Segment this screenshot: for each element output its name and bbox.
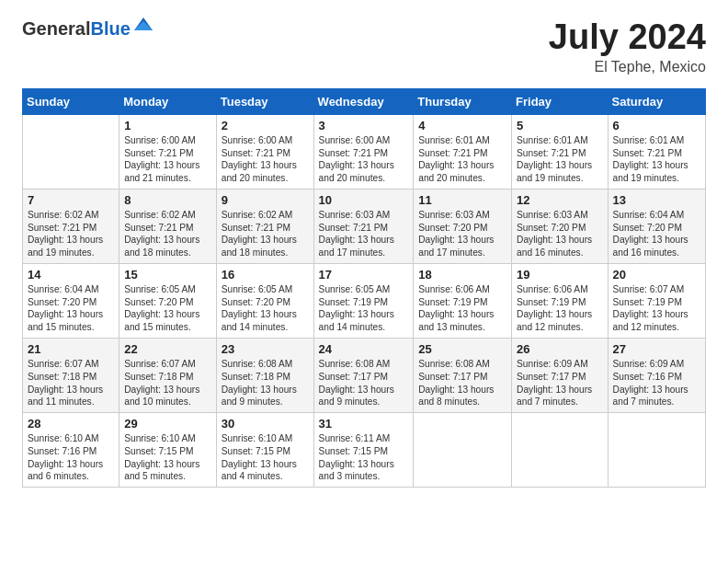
calendar: Sunday Monday Tuesday Wednesday Thursday… [22, 88, 706, 488]
calendar-cell [23, 114, 119, 189]
day-info: Sunrise: 6:07 AM Sunset: 7:19 PM Dayligh… [613, 283, 700, 334]
day-info: Sunrise: 6:03 AM Sunset: 7:21 PM Dayligh… [319, 209, 409, 259]
calendar-header-row: Sunday Monday Tuesday Wednesday Thursday… [23, 88, 706, 114]
day-number: 22 [124, 342, 211, 356]
day-info: Sunrise: 6:00 AM Sunset: 7:21 PM Dayligh… [319, 134, 409, 185]
page: GeneralBlue July 2024 El Tephe, Mexico S… [0, 0, 728, 502]
day-number: 7 [28, 193, 114, 207]
day-info: Sunrise: 6:05 AM Sunset: 7:19 PM Dayligh… [319, 283, 409, 334]
day-number: 4 [418, 119, 506, 132]
logo-text: GeneralBlue [22, 18, 131, 39]
calendar-week-2: 7Sunrise: 6:02 AM Sunset: 7:21 PM Daylig… [23, 189, 706, 263]
day-number: 12 [517, 193, 603, 207]
calendar-cell: 27Sunrise: 6:09 AM Sunset: 7:16 PM Dayli… [608, 338, 705, 412]
day-number: 5 [517, 119, 603, 132]
calendar-cell: 19Sunrise: 6:06 AM Sunset: 7:19 PM Dayli… [512, 263, 609, 338]
day-info: Sunrise: 6:05 AM Sunset: 7:20 PM Dayligh… [124, 283, 211, 334]
day-number: 3 [319, 119, 409, 132]
calendar-week-3: 14Sunrise: 6:04 AM Sunset: 7:20 PM Dayli… [23, 263, 706, 338]
day-info: Sunrise: 6:04 AM Sunset: 7:20 PM Dayligh… [613, 209, 700, 259]
calendar-cell: 9Sunrise: 6:02 AM Sunset: 7:21 PM Daylig… [216, 189, 313, 263]
day-number: 29 [124, 417, 211, 431]
calendar-cell: 31Sunrise: 6:11 AM Sunset: 7:15 PM Dayli… [313, 413, 414, 488]
month-title: July 2024 [549, 18, 706, 57]
day-info: Sunrise: 6:02 AM Sunset: 7:21 PM Dayligh… [222, 209, 309, 259]
day-info: Sunrise: 6:03 AM Sunset: 7:20 PM Dayligh… [418, 209, 506, 259]
day-info: Sunrise: 6:01 AM Sunset: 7:21 PM Dayligh… [517, 134, 603, 185]
day-info: Sunrise: 6:02 AM Sunset: 7:21 PM Dayligh… [124, 209, 211, 259]
calendar-cell: 15Sunrise: 6:05 AM Sunset: 7:20 PM Dayli… [119, 263, 217, 338]
calendar-cell: 30Sunrise: 6:10 AM Sunset: 7:15 PM Dayli… [216, 413, 313, 488]
col-wednesday: Wednesday [313, 88, 414, 114]
calendar-cell: 24Sunrise: 6:08 AM Sunset: 7:17 PM Dayli… [313, 338, 414, 412]
day-info: Sunrise: 6:03 AM Sunset: 7:20 PM Dayligh… [517, 209, 603, 259]
day-info: Sunrise: 6:11 AM Sunset: 7:15 PM Dayligh… [319, 432, 409, 483]
calendar-cell: 20Sunrise: 6:07 AM Sunset: 7:19 PM Dayli… [608, 263, 705, 338]
calendar-cell: 12Sunrise: 6:03 AM Sunset: 7:20 PM Dayli… [512, 189, 609, 263]
calendar-cell: 1Sunrise: 6:00 AM Sunset: 7:21 PM Daylig… [119, 114, 217, 189]
day-number: 30 [222, 417, 309, 431]
day-info: Sunrise: 6:07 AM Sunset: 7:18 PM Dayligh… [28, 358, 114, 408]
calendar-week-5: 28Sunrise: 6:10 AM Sunset: 7:16 PM Dayli… [23, 413, 706, 488]
day-number: 6 [613, 119, 700, 132]
calendar-cell [608, 413, 705, 488]
day-number: 19 [517, 268, 603, 282]
day-info: Sunrise: 6:09 AM Sunset: 7:16 PM Dayligh… [613, 358, 700, 408]
day-number: 21 [28, 342, 114, 356]
logo-icon [132, 14, 154, 36]
day-info: Sunrise: 6:08 AM Sunset: 7:18 PM Dayligh… [222, 358, 309, 408]
day-number: 15 [124, 268, 211, 282]
day-number: 31 [319, 417, 409, 431]
logo: GeneralBlue [22, 18, 154, 39]
calendar-cell: 11Sunrise: 6:03 AM Sunset: 7:20 PM Dayli… [414, 189, 512, 263]
day-info: Sunrise: 6:02 AM Sunset: 7:21 PM Dayligh… [28, 209, 114, 259]
day-info: Sunrise: 6:09 AM Sunset: 7:17 PM Dayligh… [517, 358, 603, 408]
calendar-cell: 14Sunrise: 6:04 AM Sunset: 7:20 PM Dayli… [23, 263, 119, 338]
day-info: Sunrise: 6:08 AM Sunset: 7:17 PM Dayligh… [418, 358, 506, 408]
calendar-cell: 16Sunrise: 6:05 AM Sunset: 7:20 PM Dayli… [216, 263, 313, 338]
day-info: Sunrise: 6:04 AM Sunset: 7:20 PM Dayligh… [28, 283, 114, 334]
calendar-cell: 7Sunrise: 6:02 AM Sunset: 7:21 PM Daylig… [23, 189, 119, 263]
calendar-cell: 18Sunrise: 6:06 AM Sunset: 7:19 PM Dayli… [414, 263, 512, 338]
day-info: Sunrise: 6:10 AM Sunset: 7:15 PM Dayligh… [222, 432, 309, 483]
calendar-week-4: 21Sunrise: 6:07 AM Sunset: 7:18 PM Dayli… [23, 338, 706, 412]
calendar-cell: 23Sunrise: 6:08 AM Sunset: 7:18 PM Dayli… [216, 338, 313, 412]
day-number: 14 [28, 268, 114, 282]
calendar-cell: 21Sunrise: 6:07 AM Sunset: 7:18 PM Dayli… [23, 338, 119, 412]
day-number: 18 [418, 268, 506, 282]
calendar-cell: 2Sunrise: 6:00 AM Sunset: 7:21 PM Daylig… [216, 114, 313, 189]
day-info: Sunrise: 6:10 AM Sunset: 7:15 PM Dayligh… [124, 432, 211, 483]
day-number: 11 [418, 193, 506, 207]
calendar-cell: 28Sunrise: 6:10 AM Sunset: 7:16 PM Dayli… [23, 413, 119, 488]
calendar-cell: 8Sunrise: 6:02 AM Sunset: 7:21 PM Daylig… [119, 189, 217, 263]
day-number: 2 [222, 119, 309, 132]
logo-blue: Blue [90, 18, 130, 39]
day-number: 26 [517, 342, 603, 356]
calendar-cell [414, 413, 512, 488]
day-info: Sunrise: 6:00 AM Sunset: 7:21 PM Dayligh… [124, 134, 211, 185]
col-monday: Monday [119, 88, 217, 114]
day-number: 8 [124, 193, 211, 207]
calendar-cell [512, 413, 609, 488]
day-number: 28 [28, 417, 114, 431]
day-info: Sunrise: 6:07 AM Sunset: 7:18 PM Dayligh… [124, 358, 211, 408]
day-info: Sunrise: 6:00 AM Sunset: 7:21 PM Dayligh… [222, 134, 309, 185]
calendar-cell: 17Sunrise: 6:05 AM Sunset: 7:19 PM Dayli… [313, 263, 414, 338]
day-info: Sunrise: 6:01 AM Sunset: 7:21 PM Dayligh… [418, 134, 506, 185]
calendar-cell: 25Sunrise: 6:08 AM Sunset: 7:17 PM Dayli… [414, 338, 512, 412]
col-saturday: Saturday [608, 88, 705, 114]
day-info: Sunrise: 6:10 AM Sunset: 7:16 PM Dayligh… [28, 432, 114, 483]
day-number: 17 [319, 268, 409, 282]
calendar-cell: 22Sunrise: 6:07 AM Sunset: 7:18 PM Dayli… [119, 338, 217, 412]
calendar-cell: 5Sunrise: 6:01 AM Sunset: 7:21 PM Daylig… [512, 114, 609, 189]
day-number: 20 [613, 268, 700, 282]
day-info: Sunrise: 6:06 AM Sunset: 7:19 PM Dayligh… [517, 283, 603, 334]
day-number: 23 [222, 342, 309, 356]
day-info: Sunrise: 6:06 AM Sunset: 7:19 PM Dayligh… [418, 283, 506, 334]
calendar-week-1: 1Sunrise: 6:00 AM Sunset: 7:21 PM Daylig… [23, 114, 706, 189]
col-friday: Friday [512, 88, 609, 114]
day-info: Sunrise: 6:05 AM Sunset: 7:20 PM Dayligh… [222, 283, 309, 334]
day-number: 9 [222, 193, 309, 207]
calendar-cell: 6Sunrise: 6:01 AM Sunset: 7:21 PM Daylig… [608, 114, 705, 189]
calendar-cell: 29Sunrise: 6:10 AM Sunset: 7:15 PM Dayli… [119, 413, 217, 488]
